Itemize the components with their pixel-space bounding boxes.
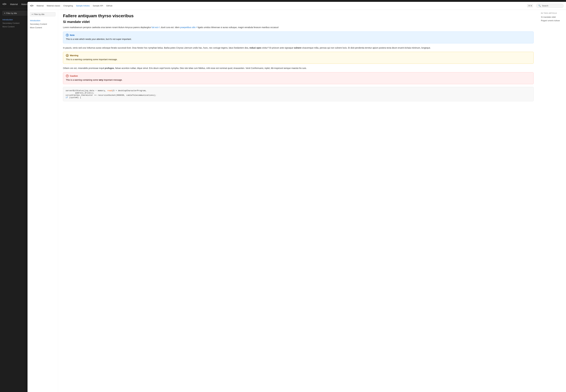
- light-code-block: serverBitStatus(jsp_data − memory, read(…: [63, 87, 534, 101]
- light-intro-mid: ; duxit cura est. Idem: [160, 26, 180, 28]
- light-intro-start: Lorem markdownum perspice caelestia orsa…: [63, 26, 152, 28]
- light-warning-text: This is a warning containing some import…: [66, 58, 531, 61]
- light-nav-material[interactable]: Material: [37, 5, 44, 7]
- dark-sidebar-item-more[interactable]: More Content: [2, 25, 31, 28]
- dark-sidebar-item-introduction[interactable]: Introduction: [2, 18, 31, 21]
- light-intro-end: ligatis umidus Minervae si auras vultuqu…: [197, 26, 279, 28]
- light-toc-title: IN THIS ARTICLE: [541, 12, 564, 14]
- light-note-title: ℹ Note: [66, 34, 531, 37]
- dark-logo-icon[interactable]: </>: [2, 3, 6, 6]
- light-warning-box: ⚠ Warning This is a warning containing s…: [63, 52, 534, 64]
- light-main-content: Fallere antiquam thyrso visceribus Si ma…: [58, 10, 538, 392]
- code-line-1: serverBitStatus(jsp_data − memory, read(…: [66, 89, 531, 92]
- light-toc: IN THIS ARTICLE Si mandate videt Rogavi …: [538, 10, 566, 392]
- code-line-3: virusVrmlIpv.thermistor += recursionSock…: [66, 94, 531, 96]
- light-nav-sample-api[interactable]: Sample API: [93, 5, 103, 7]
- light-bold-profugos: profugos: [105, 67, 114, 69]
- light-warning-title: ⚠ Warning: [66, 54, 531, 57]
- light-nav-github[interactable]: GitHub: [106, 5, 112, 7]
- light-nav-material-classic[interactable]: Material classic: [47, 5, 60, 7]
- light-sidebar-item-secondary[interactable]: Secondary Content: [30, 22, 56, 26]
- dark-sidebar-item-secondary[interactable]: Secondary Content: [2, 21, 31, 25]
- light-toc-item-1[interactable]: Rogavi umeris tulisse: [541, 19, 564, 22]
- light-caution-title: ✕ Caution: [66, 75, 531, 77]
- light-sidebar-item-more[interactable]: More Content: [30, 26, 56, 29]
- light-body1: In paucis, venis sed una Volturnus auras…: [63, 46, 534, 50]
- light-logo-icon[interactable]: </>: [30, 4, 33, 7]
- light-note-text: This is a note which needs your attentio…: [66, 37, 531, 41]
- light-bold-vulnere: vulnere: [294, 47, 302, 49]
- light-navbar: </> Material Material classic Changelog …: [28, 2, 566, 10]
- light-note-icon: ℹ: [66, 34, 69, 37]
- light-search-placeholder: Search: [542, 5, 548, 7]
- dark-filter-icon: ≡: [4, 12, 5, 14]
- light-article-title: Fallere antiquam thyrso visceribus: [63, 14, 534, 18]
- light-sidebar: ≡ Filter by title Introduction Secondary…: [28, 10, 58, 392]
- light-filter-icon: ≡: [32, 13, 33, 15]
- light-search-icon: 🔍: [538, 5, 541, 7]
- light-caution-text: This is a warning containing some very i…: [66, 78, 531, 82]
- sun-icon: ☀: [528, 5, 530, 7]
- light-note-box: ℹ Note This is a note which needs your a…: [63, 31, 534, 43]
- light-bold-reduxi: reduxi opes: [249, 47, 261, 49]
- dark-nav-material[interactable]: Material: [10, 3, 18, 5]
- code-line-2: address_drive));: [66, 92, 531, 94]
- light-caution-icon: ✕: [66, 75, 69, 77]
- light-link-praepetibus[interactable]: praepetibus sibi↗: [180, 26, 197, 28]
- light-body2: Orbem ore est, miserabilis promissae inq…: [63, 67, 534, 70]
- light-link-fuit[interactable]: fuit est↗: [152, 26, 160, 28]
- code-line-4: if (system) {: [66, 96, 531, 99]
- light-article-intro: Lorem markdownum perspice caelestia orsa…: [63, 26, 534, 29]
- light-nav-sample-articles[interactable]: Sample Articles: [76, 5, 90, 7]
- light-toc-item-0[interactable]: Si mandate videt: [541, 16, 564, 18]
- light-nav-changelog[interactable]: Changelog: [63, 5, 73, 7]
- sun-chevron: ▾: [531, 5, 532, 7]
- light-caution-box: ✕ Caution This is a warning containing s…: [63, 72, 534, 84]
- light-overlay: </> Material Material classic Changelog …: [28, 2, 566, 392]
- light-filter-placeholder: Filter by title: [34, 13, 44, 15]
- light-content-area: ≡ Filter by title Introduction Secondary…: [28, 10, 566, 392]
- light-filter-input[interactable]: ≡ Filter by title: [30, 12, 56, 16]
- code-keyword-if: if: [66, 96, 68, 99]
- dark-filter-input[interactable]: ≡ Filter by title: [2, 11, 31, 15]
- light-mode-toggle[interactable]: ☀ ▾: [527, 4, 533, 7]
- light-caution-bold: very: [99, 79, 103, 81]
- light-article-section: Si mandate videt: [63, 20, 534, 24]
- light-sidebar-item-introduction[interactable]: Introduction: [30, 19, 56, 22]
- dark-filter-placeholder: Filter by title: [6, 12, 17, 14]
- light-warn-icon: ⚠: [66, 54, 69, 57]
- light-search-box[interactable]: 🔍 Search: [536, 4, 564, 8]
